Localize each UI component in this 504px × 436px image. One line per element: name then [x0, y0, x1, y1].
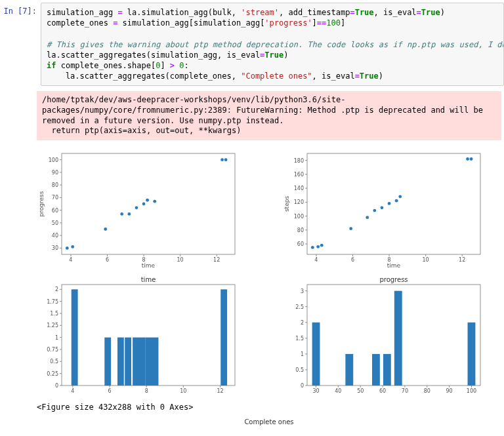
svg-point-34 — [135, 206, 138, 209]
warning-output: /home/tptak/dev/aws-deepracer-workshops/… — [37, 91, 501, 140]
svg-text:30: 30 — [312, 388, 319, 394]
svg-point-76 — [398, 195, 402, 198]
svg-text:time: time — [387, 262, 401, 269]
svg-point-39 — [224, 158, 228, 161]
svg-text:100: 100 — [467, 388, 476, 394]
svg-text:50: 50 — [52, 220, 58, 226]
svg-point-30 — [71, 245, 74, 248]
svg-text:1.5: 1.5 — [295, 336, 304, 342]
svg-text:30: 30 — [52, 245, 58, 251]
svg-rect-109 — [72, 289, 78, 386]
svg-text:1.5: 1.5 — [50, 311, 58, 317]
svg-text:1.75: 1.75 — [47, 298, 58, 304]
svg-rect-117 — [307, 285, 480, 386]
svg-rect-115 — [220, 289, 227, 386]
svg-text:70: 70 — [402, 388, 408, 394]
svg-point-72 — [373, 208, 376, 212]
svg-text:6: 6 — [108, 388, 111, 394]
svg-text:60: 60 — [379, 388, 386, 394]
svg-text:1: 1 — [55, 334, 58, 340]
svg-text:40: 40 — [52, 233, 58, 239]
svg-text:0.5: 0.5 — [295, 367, 304, 373]
svg-rect-114 — [146, 337, 159, 385]
svg-text:0.25: 0.25 — [47, 370, 58, 376]
svg-text:12: 12 — [459, 257, 465, 263]
svg-point-73 — [381, 206, 384, 209]
svg-text:80: 80 — [52, 182, 58, 188]
svg-point-71 — [366, 216, 369, 219]
svg-text:140: 140 — [294, 186, 304, 191]
svg-point-69 — [320, 243, 324, 247]
svg-text:10: 10 — [177, 257, 184, 263]
figure-repr-text: <Figure size 432x288 with 0 Axes> — [37, 403, 501, 412]
svg-point-36 — [146, 199, 149, 202]
svg-text:6: 6 — [351, 257, 354, 263]
svg-text:100: 100 — [294, 213, 304, 219]
svg-text:80: 80 — [424, 388, 430, 394]
svg-point-68 — [316, 245, 320, 248]
svg-text:160: 160 — [294, 172, 304, 178]
svg-text:2.5: 2.5 — [295, 304, 304, 309]
svg-text:progress: progress — [379, 276, 408, 283]
svg-text:steps: steps — [284, 195, 290, 211]
svg-rect-148 — [312, 322, 320, 385]
svg-text:90: 90 — [52, 170, 58, 176]
svg-text:80: 80 — [297, 228, 304, 233]
plot-grid: 468101230405060708090100timeprogress 468… — [37, 144, 501, 400]
svg-text:180: 180 — [294, 157, 304, 163]
chart-progress-vs-time: 468101230405060708090100timeprogress — [37, 144, 240, 269]
chart-progress-hist: progress3040506070809010000.511.522.53 — [282, 275, 486, 400]
svg-text:4: 4 — [71, 388, 74, 394]
svg-text:60: 60 — [297, 241, 304, 247]
svg-point-35 — [142, 202, 146, 205]
svg-text:time: time — [141, 276, 156, 283]
svg-rect-40 — [307, 153, 480, 254]
svg-rect-153 — [468, 322, 476, 385]
svg-point-31 — [104, 228, 107, 231]
svg-point-74 — [388, 202, 391, 205]
svg-text:100: 100 — [49, 157, 58, 163]
svg-text:4: 4 — [69, 257, 72, 263]
svg-text:3: 3 — [301, 288, 304, 294]
chart-steps-vs-time: 46810126080100120140160180timesteps — [282, 144, 486, 269]
svg-rect-150 — [372, 354, 380, 386]
chart-time-hist: time468101200.250.50.7511.251.51.752 — [37, 275, 240, 400]
svg-rect-111 — [117, 337, 124, 385]
svg-text:time: time — [142, 262, 156, 269]
svg-text:12: 12 — [217, 388, 223, 394]
svg-point-37 — [153, 199, 156, 203]
svg-point-32 — [120, 212, 123, 216]
cell-output: /home/tptak/dev/aws-deepracer-workshops/… — [37, 91, 501, 425]
svg-text:50: 50 — [357, 388, 364, 394]
svg-point-67 — [311, 246, 314, 249]
svg-text:1.25: 1.25 — [47, 323, 58, 328]
cell-prompt: In [7]: — [0, 3, 41, 86]
svg-text:12: 12 — [213, 257, 220, 263]
svg-text:70: 70 — [52, 195, 58, 201]
svg-rect-0 — [62, 153, 235, 254]
svg-point-70 — [349, 227, 352, 230]
svg-text:60: 60 — [52, 207, 58, 213]
svg-rect-110 — [104, 337, 111, 385]
svg-text:1: 1 — [301, 351, 304, 357]
svg-text:6: 6 — [106, 257, 109, 263]
svg-point-33 — [127, 212, 131, 216]
code-source[interactable]: simulation_agg = la.simulation_agg(bulk,… — [41, 3, 504, 86]
svg-text:0.5: 0.5 — [50, 359, 58, 365]
svg-rect-113 — [133, 337, 146, 385]
svg-rect-152 — [394, 290, 402, 385]
svg-text:0: 0 — [55, 383, 58, 389]
svg-text:120: 120 — [294, 199, 304, 205]
plot-subtitle: Complete ones — [37, 418, 501, 426]
svg-text:10: 10 — [423, 257, 429, 263]
svg-point-75 — [395, 199, 398, 203]
svg-text:0: 0 — [301, 383, 304, 389]
svg-text:8: 8 — [145, 388, 148, 394]
svg-point-77 — [466, 157, 469, 161]
svg-text:10: 10 — [180, 388, 186, 394]
svg-rect-151 — [383, 354, 391, 386]
code-cell: In [7]: simulation_agg = la.simulation_a… — [0, 0, 504, 89]
svg-rect-149 — [345, 354, 353, 386]
svg-text:4: 4 — [314, 257, 318, 263]
svg-rect-112 — [125, 337, 131, 385]
